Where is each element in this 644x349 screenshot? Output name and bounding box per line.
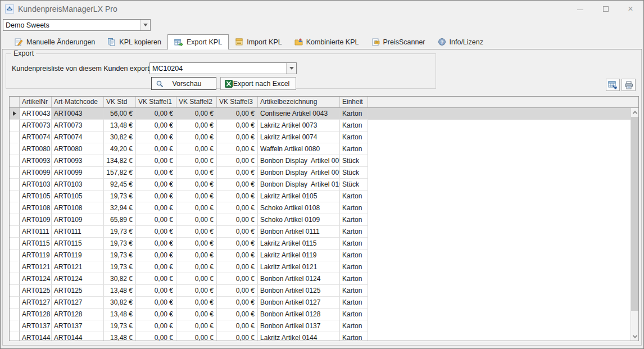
grid-cell[interactable]: ART0103 (52, 179, 104, 191)
grid-cell[interactable]: ART0099 (20, 167, 52, 179)
grid-cell[interactable]: 19,73 € (104, 261, 136, 273)
grid-cell[interactable]: ART0111 (20, 226, 52, 238)
scroll-down-button[interactable] (631, 332, 638, 341)
kpl-customer-select-dropdown-button[interactable] (286, 63, 296, 74)
grid-cell[interactable]: Karton (340, 120, 368, 132)
grid-cell[interactable]: 0,00 € (136, 332, 176, 341)
grid-row[interactable]: ART0043ART004356,00 €0,00 €0,00 €0,00 €C… (10, 108, 631, 120)
grid-cell[interactable]: Lakritz Artikel 0119 (258, 250, 340, 261)
grid-cell[interactable]: Stück (340, 155, 368, 167)
tab-manuelle-aenderungen[interactable]: Manuelle Änderungen (8, 35, 101, 49)
grid-cell[interactable]: 0,00 € (136, 273, 176, 285)
grid-cell[interactable]: Schoko Artikel 0109 (258, 214, 340, 226)
grid-column-header[interactable]: VK Staffel2 (176, 97, 217, 107)
grid-row[interactable]: ART0108ART010832,94 €0,00 €0,00 €0,00 €S… (10, 202, 631, 214)
grid-cell[interactable]: ART0128 (20, 309, 52, 320)
grid-cell[interactable]: Lakritz Artikel 0121 (258, 261, 340, 273)
grid-cell[interactable]: 0,00 € (217, 332, 258, 341)
grid-row[interactable]: ART0115ART011519,73 €0,00 €0,00 €0,00 €L… (10, 238, 631, 250)
grid-cell[interactable]: Waffeln Artikel 0080 (258, 143, 340, 155)
grid-cell[interactable]: ART0073 (52, 120, 104, 132)
grid-cell[interactable]: 30,82 € (104, 132, 136, 143)
grid-column-header[interactable]: VK Staffel3 (217, 97, 258, 107)
grid-cell[interactable]: ART0127 (20, 297, 52, 309)
tab-info-lizenz[interactable]: ? Info/Lizenz (432, 35, 489, 49)
grid-cell[interactable]: Karton (340, 132, 368, 143)
price-list-grid[interactable]: ArtikelNrArt-MatchcodeVK StdVK Staffel1V… (9, 96, 639, 341)
tab-kpl-kopieren[interactable]: KPL kopieren (101, 35, 167, 49)
grid-cell[interactable]: 0,00 € (176, 226, 217, 238)
grid-cell[interactable]: ART0119 (52, 250, 104, 261)
grid-cell[interactable]: 0,00 € (176, 250, 217, 261)
grid-cell[interactable]: 0,00 € (136, 226, 176, 238)
grid-cell[interactable]: Karton (340, 108, 368, 120)
grid-column-header[interactable]: Artikelbezeichnung (258, 97, 340, 107)
grid-cell[interactable]: ART0105 (52, 191, 104, 202)
grid-cell[interactable]: 19,73 € (104, 320, 136, 332)
grid-column-header[interactable]: VK Std (104, 97, 136, 107)
grid-cell[interactable]: ART0080 (20, 143, 52, 155)
grid-cell[interactable]: Bonbon Artikel 0124 (258, 273, 340, 285)
grid-cell[interactable]: 0,00 € (176, 155, 217, 167)
grid-cell[interactable]: 0,00 € (176, 261, 217, 273)
grid-cell[interactable]: 0,00 € (136, 108, 176, 120)
grid-cell[interactable]: 0,00 € (136, 202, 176, 214)
grid-cell[interactable]: 0,00 € (136, 309, 176, 320)
grid-cell[interactable]: 65,89 € (104, 214, 136, 226)
grid-cell[interactable]: 0,00 € (136, 238, 176, 250)
grid-cell[interactable]: 0,00 € (176, 191, 217, 202)
grid-cell[interactable]: Karton (340, 226, 368, 238)
kpl-customer-select[interactable]: MC10204 (149, 62, 297, 74)
grid-cell[interactable]: 0,00 € (176, 332, 217, 341)
grid-cell[interactable]: Stück (340, 167, 368, 179)
print-button[interactable] (622, 79, 636, 91)
grid-cell[interactable]: 0,00 € (217, 226, 258, 238)
grid-cell[interactable]: Bonbon Display Artikel 0093 (258, 155, 340, 167)
grid-cell[interactable]: 0,00 € (217, 132, 258, 143)
grid-cell[interactable]: ART0137 (52, 320, 104, 332)
grid-row[interactable]: ART0073ART007313,48 €0,00 €0,00 €0,00 €L… (10, 120, 631, 132)
vorschau-button[interactable]: Vorschau (151, 77, 216, 90)
grid-cell[interactable]: Bonbon Artikel 0125 (258, 285, 340, 297)
grid-cell[interactable]: Bonbon Artikel 0137 (258, 320, 340, 332)
grid-cell[interactable]: ART0093 (52, 155, 104, 167)
grid-cell[interactable]: 56,00 € (104, 108, 136, 120)
grid-row[interactable]: ART0137ART013719,73 €0,00 €0,00 €0,00 €B… (10, 320, 631, 332)
grid-column-header[interactable]: Einheit (340, 97, 368, 107)
grid-cell[interactable]: 0,00 € (176, 179, 217, 191)
grid-row[interactable]: ART0109ART010965,89 €0,00 €0,00 €0,00 €S… (10, 214, 631, 226)
grid-row[interactable]: ART0105ART010519,73 €0,00 €0,00 €0,00 €L… (10, 191, 631, 202)
grid-cell[interactable]: 0,00 € (136, 261, 176, 273)
vertical-scrollbar[interactable] (631, 108, 638, 341)
grid-cell[interactable]: 30,82 € (104, 273, 136, 285)
grid-cell[interactable]: 0,00 € (217, 297, 258, 309)
grid-cell[interactable]: Confiserie Artikel 0043 (258, 108, 340, 120)
grid-cell[interactable]: Bonbon Display Artikel 0103 (258, 179, 340, 191)
grid-cell[interactable]: 0,00 € (136, 214, 176, 226)
grid-cell[interactable]: 13,48 € (104, 120, 136, 132)
grid-cell[interactable]: ART0125 (20, 285, 52, 297)
grid-cell[interactable]: Karton (340, 238, 368, 250)
tab-kombinierte-kpl[interactable]: Kombinierte KPL (288, 35, 365, 49)
grid-cell[interactable]: ART0119 (20, 250, 52, 261)
grid-cell[interactable]: 0,00 € (217, 202, 258, 214)
minimize-button[interactable] (575, 4, 585, 14)
grid-cell[interactable]: 19,73 € (104, 238, 136, 250)
grid-cell[interactable]: ART0108 (20, 202, 52, 214)
grid-cell[interactable]: ART0128 (52, 309, 104, 320)
grid-cell[interactable]: ART0073 (20, 120, 52, 132)
grid-cell[interactable]: ART0108 (52, 202, 104, 214)
grid-row[interactable]: ART0121ART012119,73 €0,00 €0,00 €0,00 €L… (10, 261, 631, 273)
scroll-up-button[interactable] (631, 108, 638, 116)
grid-cell[interactable]: Lakritz Artikel 0105 (258, 191, 340, 202)
grid-column-header[interactable]: VK Staffel1 (136, 97, 176, 107)
grid-row[interactable]: ART0093ART0093134,82 €0,00 €0,00 €0,00 €… (10, 155, 631, 167)
grid-cell[interactable]: ART0121 (20, 261, 52, 273)
grid-row[interactable]: ART0127ART012730,82 €0,00 €0,00 €0,00 €B… (10, 297, 631, 309)
grid-cell[interactable]: ART0080 (52, 143, 104, 155)
grid-row[interactable]: ART0099ART0099157,82 €0,00 €0,00 €0,00 €… (10, 167, 631, 179)
grid-cell[interactable]: 0,00 € (136, 297, 176, 309)
grid-cell[interactable]: 0,00 € (217, 191, 258, 202)
grid-cell[interactable]: 0,00 € (136, 179, 176, 191)
grid-cell[interactable]: 49,20 € (104, 143, 136, 155)
